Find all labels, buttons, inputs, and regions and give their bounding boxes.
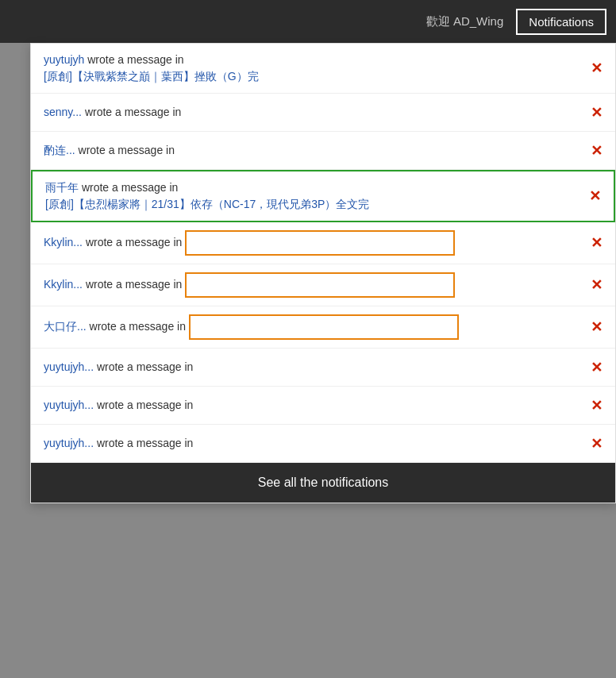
notification-content: yuytujyh wrote a message in [原創]【決戰紫禁之巔｜… xyxy=(44,52,581,85)
notification-content: 酌连... wrote a message in xyxy=(44,142,581,159)
see-all-notifications-button[interactable]: See all the notifications xyxy=(31,463,615,503)
notification-action: wrote a message in xyxy=(79,144,175,156)
notification-user[interactable]: Kkylin... xyxy=(44,278,83,291)
notification-user[interactable]: yuytujyh xyxy=(44,53,84,66)
notification-topic[interactable]: [原創]【忠烈楊家將｜21/31】依存（NC-17，現代兄弟3P）全文完 xyxy=(45,198,369,210)
notification-action: wrote a message in xyxy=(90,320,189,333)
close-notification-button[interactable]: ✕ xyxy=(591,104,603,121)
notification-content: yuytujyh... wrote a message in xyxy=(44,359,581,376)
notification-item: senny... wrote a message in ✕ xyxy=(31,94,615,132)
notification-action: wrote a message in xyxy=(86,278,185,291)
notification-action: wrote a message in xyxy=(97,360,193,373)
notification-content: senny... wrote a message in xyxy=(44,104,581,121)
notification-content: 大口仔... wrote a message in xyxy=(44,314,581,340)
notification-user[interactable]: 酌连... xyxy=(44,144,75,156)
notification-action: wrote a message in xyxy=(82,181,178,194)
notification-action: wrote a message in xyxy=(86,236,185,248)
notification-user[interactable]: yuytujyh... xyxy=(44,360,94,373)
notification-user[interactable]: Kkylin... xyxy=(44,236,83,248)
notification-topic-box[interactable] xyxy=(189,314,459,340)
notification-topic-box[interactable] xyxy=(185,230,455,256)
notification-item-highlighted: 雨千年 wrote a message in [原創]【忠烈楊家將｜21/31】… xyxy=(31,170,615,222)
notification-topic[interactable]: [原創]【決戰紫禁之巔｜葉西】挫敗（G）完 xyxy=(44,70,259,83)
notification-user[interactable]: yuytujyh... xyxy=(44,399,94,411)
notification-action: wrote a message in xyxy=(97,437,193,449)
notification-topic-box[interactable] xyxy=(185,272,455,298)
notification-content: Kkylin... wrote a message in xyxy=(44,230,581,256)
notification-user[interactable]: 大口仔... xyxy=(44,320,87,333)
close-notification-button[interactable]: ✕ xyxy=(591,318,603,336)
notification-item: yuytujyh... wrote a message in ✕ xyxy=(31,425,615,463)
notification-item: yuytujyh wrote a message in [原創]【決戰紫禁之巔｜… xyxy=(31,44,615,94)
notification-action: wrote a message in xyxy=(97,399,193,411)
close-notification-button[interactable]: ✕ xyxy=(591,397,603,414)
notification-item: yuytujyh... wrote a message in ✕ xyxy=(31,349,615,387)
notification-action: wrote a message in xyxy=(87,53,183,66)
close-notification-button[interactable]: ✕ xyxy=(591,234,603,252)
notifications-button[interactable]: Notifications xyxy=(516,9,606,35)
close-notification-button[interactable]: ✕ xyxy=(591,142,603,160)
notification-user[interactable]: 雨千年 xyxy=(45,181,79,194)
notifications-dropdown: yuytujyh wrote a message in [原創]【決戰紫禁之巔｜… xyxy=(30,43,616,503)
welcome-text: 歡迎 AD_Wing xyxy=(426,14,504,29)
notification-content: Kkylin... wrote a message in xyxy=(44,272,581,298)
notification-action: wrote a message in xyxy=(85,106,181,118)
notification-item: Kkylin... wrote a message in ✕ xyxy=(31,222,615,264)
close-notification-button[interactable]: ✕ xyxy=(591,60,603,77)
close-notification-button[interactable]: ✕ xyxy=(591,435,603,453)
notification-item: 大口仔... wrote a message in ✕ xyxy=(31,306,615,349)
notification-content: yuytujyh... wrote a message in xyxy=(44,435,581,452)
notification-item: yuytujyh... wrote a message in ✕ xyxy=(31,387,615,425)
notification-user[interactable]: senny... xyxy=(44,106,82,118)
header-bar: 歡迎 AD_Wing Notifications xyxy=(0,0,616,43)
close-notification-button[interactable]: ✕ xyxy=(591,276,603,294)
notification-item: 酌连... wrote a message in ✕ xyxy=(31,132,615,170)
close-notification-button[interactable]: ✕ xyxy=(589,187,601,205)
notification-content: 雨千年 wrote a message in [原創]【忠烈楊家將｜21/31】… xyxy=(45,179,579,213)
notification-user[interactable]: yuytujyh... xyxy=(44,437,94,449)
notification-item: Kkylin... wrote a message in ✕ xyxy=(31,264,615,306)
close-notification-button[interactable]: ✕ xyxy=(591,359,603,376)
notification-content: yuytujyh... wrote a message in xyxy=(44,397,581,414)
